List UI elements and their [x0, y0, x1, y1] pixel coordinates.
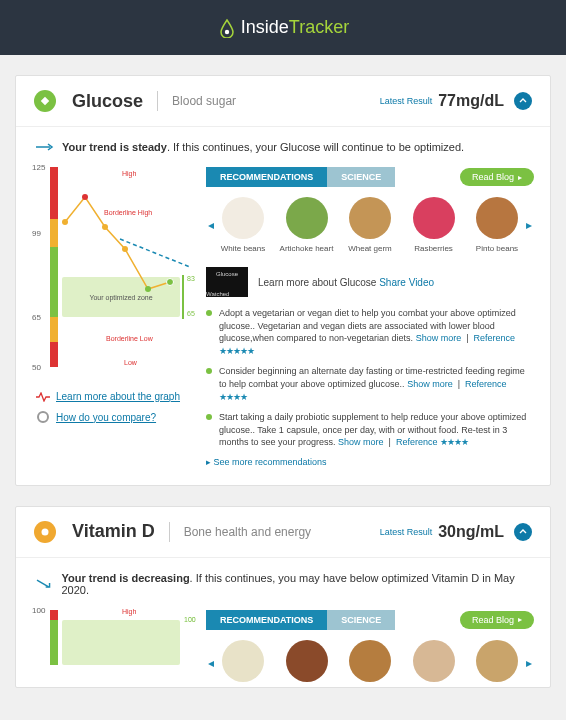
trend-line-icon	[60, 167, 190, 367]
food-item[interactable]: Wheat germ	[343, 197, 397, 253]
video-row: Glucose Watched Learn more about Glucose…	[206, 267, 534, 297]
read-blog-button[interactable]: Read Blog▸	[460, 168, 534, 186]
food-item[interactable]	[216, 640, 270, 687]
carousel-next-button[interactable]: ▸	[524, 656, 534, 670]
panel-header: Glucose Blood sugar Latest Result 77mg/d…	[16, 76, 550, 127]
reference-link[interactable]: Reference	[474, 333, 516, 343]
food-item[interactable]	[470, 640, 524, 687]
svg-point-6	[122, 246, 128, 252]
glucose-trend-chart: 125 99 65 50 High Borderline High Border…	[32, 167, 192, 377]
food-carousel: ◂ White beans Artichoke heart Wheat germ…	[206, 197, 534, 253]
svg-point-10	[38, 412, 48, 422]
show-more-link[interactable]: Show more	[416, 333, 462, 343]
show-more-link[interactable]: Show more	[407, 379, 453, 389]
recommendations-column: RECOMMENDATIONS SCIENCE Read Blog▸ ◂ Whi…	[206, 167, 534, 467]
svg-rect-1	[41, 97, 49, 105]
chevron-up-icon	[519, 528, 527, 536]
panel-header: Vitamin D Bone health and energy Latest …	[16, 507, 550, 558]
tab-recommendations[interactable]: RECOMMENDATIONS	[206, 167, 327, 187]
recommendation-item: Adopt a vegetarian or vegan diet to help…	[206, 307, 534, 357]
video-thumbnail[interactable]: Glucose Watched	[206, 267, 248, 297]
biomarker-panel-vitamind: Vitamin D Bone health and energy Latest …	[15, 506, 551, 688]
tab-recommendations[interactable]: RECOMMENDATIONS	[206, 610, 327, 630]
bullet-icon	[206, 414, 212, 420]
svg-point-7	[145, 286, 151, 292]
svg-point-5	[102, 224, 108, 230]
carousel-prev-button[interactable]: ◂	[206, 218, 216, 232]
biomarker-title: Glucose	[72, 91, 143, 112]
svg-line-12	[37, 580, 49, 587]
brand-suffix: Tracker	[289, 17, 349, 37]
top-bar: InsideTracker	[0, 0, 566, 55]
latest-result-value: 77mg/dL	[438, 92, 504, 110]
recommendations-column: RECOMMENDATIONS SCIENCE Read Blog▸ ◂ ▸	[206, 610, 534, 687]
food-carousel: ◂ ▸	[206, 640, 534, 687]
divider	[169, 522, 170, 542]
latest-result-value: 30ng/mL	[438, 523, 504, 541]
circle-icon	[36, 410, 50, 424]
trend-prefix: Your trend is decreasing	[61, 572, 189, 584]
video-learn-text: Learn more about Glucose	[258, 277, 376, 288]
rating-stars: ★★★★	[219, 392, 247, 402]
optimized-zone-box	[62, 620, 180, 665]
svg-point-8	[167, 279, 174, 286]
tab-science[interactable]: SCIENCE	[327, 167, 395, 187]
biomarker-icon	[34, 521, 56, 543]
compare-link[interactable]: How do you compare?	[36, 410, 192, 424]
food-item[interactable]: Artichoke heart	[280, 197, 334, 253]
svg-point-11	[42, 528, 49, 535]
vitamind-trend-chart: 100 High 100	[32, 610, 192, 665]
collapse-button[interactable]	[514, 92, 532, 110]
axis-tick: 125	[32, 163, 45, 172]
food-item[interactable]	[280, 640, 334, 687]
food-item[interactable]: White beans	[216, 197, 270, 253]
svg-line-9	[120, 239, 190, 267]
biomarker-subtitle: Bone health and energy	[184, 525, 311, 539]
collapse-button[interactable]	[514, 523, 532, 541]
recommendation-item: Consider beginning an alternate day fast…	[206, 365, 534, 403]
reference-link[interactable]: Reference	[396, 437, 438, 447]
brand-logo[interactable]: InsideTracker	[217, 17, 349, 38]
divider	[157, 91, 158, 111]
food-item[interactable]: Rasberries	[407, 197, 461, 253]
see-more-recommendations-link[interactable]: ▸ See more recommendations	[206, 457, 534, 467]
latest-result-label: Latest Result	[380, 96, 433, 106]
brand-prefix: Inside	[241, 17, 289, 37]
biomarker-title: Vitamin D	[72, 521, 155, 542]
svg-point-3	[62, 219, 68, 225]
food-item[interactable]	[407, 640, 461, 687]
zone-label: High	[122, 608, 136, 615]
axis-tick: 65	[32, 313, 41, 322]
svg-point-4	[82, 194, 88, 200]
rating-stars: ★★★★★	[219, 346, 254, 356]
reference-link[interactable]: Reference	[465, 379, 507, 389]
chevron-up-icon	[519, 97, 527, 105]
bullet-icon	[206, 310, 212, 316]
food-item[interactable]: Pinto beans	[470, 197, 524, 253]
read-blog-button[interactable]: Read Blog▸	[460, 611, 534, 629]
rating-stars: ★★★★	[440, 437, 468, 447]
trend-arrow-icon	[36, 142, 54, 152]
trend-suffix: . If this continues, your Glucose will c…	[167, 141, 464, 153]
share-video-link[interactable]: Share Video	[379, 277, 434, 288]
food-item[interactable]	[343, 640, 397, 687]
chevron-right-icon: ▸	[518, 615, 522, 624]
carousel-next-button[interactable]: ▸	[524, 218, 534, 232]
biomarker-subtitle: Blood sugar	[172, 94, 236, 108]
svg-point-0	[225, 29, 229, 33]
tab-science[interactable]: SCIENCE	[327, 610, 395, 630]
axis-tick: 50	[32, 363, 41, 372]
latest-result-label: Latest Result	[380, 527, 433, 537]
axis-tick: 100	[32, 606, 45, 615]
trend-down-arrow-icon	[36, 578, 53, 590]
logo-droplet-icon	[217, 18, 237, 38]
bullet-icon	[206, 368, 212, 374]
learn-graph-link[interactable]: Learn more about the graph	[36, 391, 192, 402]
trend-summary: Your trend is decreasing. If this contin…	[16, 558, 550, 610]
trend-prefix: Your trend is steady	[62, 141, 167, 153]
biomarker-icon	[34, 90, 56, 112]
biomarker-panel-glucose: Glucose Blood sugar Latest Result 77mg/d…	[15, 75, 551, 486]
recommendation-item: Start taking a daily probiotic supplemen…	[206, 411, 534, 449]
carousel-prev-button[interactable]: ◂	[206, 656, 216, 670]
show-more-link[interactable]: Show more	[338, 437, 384, 447]
